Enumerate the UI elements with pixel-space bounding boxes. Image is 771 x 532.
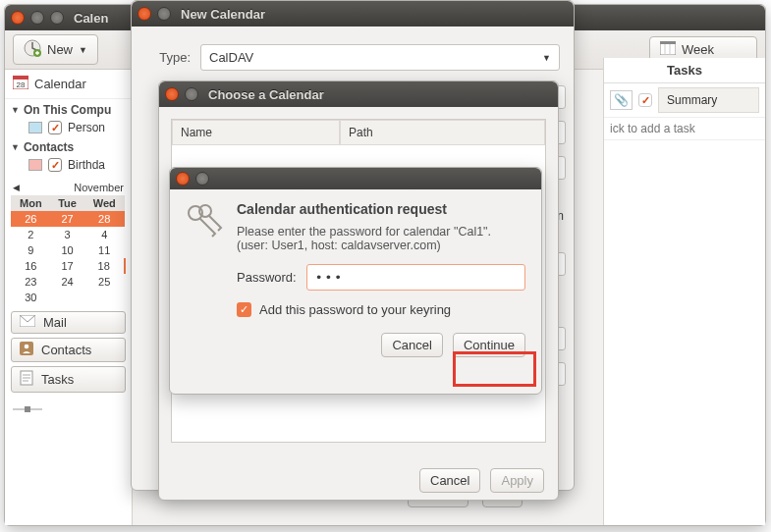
column-name[interactable]: Name: [172, 120, 340, 145]
new-label: New: [47, 42, 73, 57]
window-title: Calen: [74, 11, 108, 26]
section-label: On This Compu: [24, 103, 111, 117]
keys-icon: [182, 201, 225, 317]
minimize-icon[interactable]: [30, 11, 44, 25]
chevron-down-icon: ▼: [542, 53, 551, 63]
password-label: Password:: [237, 270, 297, 285]
nav-label: Mail: [43, 315, 67, 330]
weekday-row: Mon Tue Wed: [11, 195, 125, 211]
password-value: •••: [315, 270, 344, 285]
svg-rect-7: [13, 76, 28, 80]
nav-label: Contacts: [41, 343, 91, 357]
day-cell[interactable]: 25: [83, 274, 125, 290]
day-cell[interactable]: [83, 290, 125, 305]
calendar-color-swatch: [28, 122, 42, 133]
mail-icon: [20, 315, 35, 330]
keyring-checkbox[interactable]: ✓: [237, 302, 251, 317]
nav-tasks[interactable]: Tasks: [11, 366, 126, 393]
switcher-handle[interactable]: [5, 397, 132, 423]
sidebar-section-contacts[interactable]: ▼ Contacts: [5, 136, 132, 156]
label: Apply: [501, 473, 533, 488]
chevron-down-icon: ▼: [79, 45, 87, 55]
label: Cancel: [430, 473, 469, 488]
continue-button[interactable]: Continue: [453, 333, 525, 357]
month-label: November: [74, 182, 124, 193]
close-icon[interactable]: [11, 11, 25, 25]
day-cell[interactable]: 30: [11, 290, 51, 305]
day-cell[interactable]: 27: [51, 211, 84, 227]
sidebar-item-label: Person: [68, 121, 105, 134]
label: Cancel: [392, 338, 431, 352]
apply-button[interactable]: Apply: [490, 468, 544, 493]
dialog-titlebar[interactable]: New Calendar: [132, 1, 574, 27]
checkbox[interactable]: [48, 158, 62, 172]
summary-column[interactable]: Summary: [658, 87, 759, 113]
sidebar-section-computer[interactable]: ▼ On This Compu: [5, 99, 132, 119]
svg-rect-3: [660, 41, 676, 44]
day-cell[interactable]: 17: [51, 258, 84, 274]
nav-label: Tasks: [41, 372, 74, 387]
day-cell[interactable]: 18: [83, 258, 125, 274]
tasks-pane: Tasks 📎 Summary ick to add a task: [603, 58, 765, 525]
dialog-titlebar[interactable]: [170, 168, 541, 189]
calendar-color-swatch: [28, 159, 42, 171]
day-cell[interactable]: 4: [83, 227, 125, 242]
day-cell[interactable]: [51, 290, 84, 305]
auth-message: Please enter the password for calendar "…: [237, 225, 525, 239]
tasks-header-row: 📎 Summary: [604, 83, 765, 118]
close-icon[interactable]: [138, 7, 151, 21]
weekday: Tue: [51, 195, 84, 211]
chevron-down-icon: ▼: [11, 105, 20, 115]
weekday: Wed: [83, 195, 125, 211]
close-icon[interactable]: [176, 172, 190, 186]
day-cell[interactable]: 24: [51, 274, 84, 290]
attachment-icon: 📎: [610, 90, 633, 110]
day-cell[interactable]: 23: [11, 274, 51, 290]
dialog-title: Choose a Calendar: [208, 87, 324, 102]
new-button[interactable]: New ▼: [13, 34, 98, 65]
contacts-icon: [20, 342, 33, 358]
close-icon[interactable]: [165, 87, 179, 101]
checkbox[interactable]: [48, 121, 62, 134]
minimize-icon[interactable]: [157, 7, 171, 21]
cancel-button[interactable]: Cancel: [419, 468, 480, 493]
nav-contacts[interactable]: Contacts: [11, 338, 126, 362]
dialog-title: New Calendar: [181, 7, 265, 22]
password-input[interactable]: •••: [306, 264, 525, 291]
minimize-icon[interactable]: [195, 172, 209, 186]
sidebar-item-personal[interactable]: Person: [5, 119, 132, 136]
chevron-down-icon: ▼: [11, 142, 20, 152]
nav-mail[interactable]: Mail: [11, 311, 126, 334]
mini-calendar[interactable]: ◀ November Mon Tue Wed 262728 234 91011 …: [11, 180, 126, 305]
prev-month-icon[interactable]: ◀: [13, 183, 20, 192]
minimize-icon[interactable]: [185, 87, 198, 101]
sidebar-item-birthdays[interactable]: Birthda: [5, 156, 132, 174]
add-task-placeholder: ick to add a task: [610, 122, 695, 135]
column-path[interactable]: Path: [340, 120, 545, 145]
day-cell[interactable]: 11: [83, 242, 125, 258]
dialog-titlebar[interactable]: Choose a Calendar: [159, 81, 558, 107]
day-cell[interactable]: 2: [11, 227, 51, 242]
day-cell[interactable]: 3: [51, 227, 84, 242]
week-view-icon: [660, 41, 676, 58]
add-task-row[interactable]: ick to add a task: [604, 118, 765, 140]
keyring-label: Add this password to your keyring: [259, 302, 451, 317]
day-cell[interactable]: 28: [83, 211, 125, 227]
tasks-title: Tasks: [604, 58, 765, 83]
section-label: Contacts: [24, 140, 74, 154]
sidebar-item-label: Birthda: [68, 158, 105, 172]
svg-point-11: [25, 345, 29, 349]
day-cell[interactable]: 16: [11, 258, 51, 274]
maximize-icon[interactable]: [50, 11, 64, 25]
day-cell[interactable]: 9: [11, 242, 51, 258]
type-select[interactable]: CalDAV ▼: [200, 44, 560, 71]
sidebar-title: Calendar: [34, 77, 86, 91]
day-cell[interactable]: 26: [11, 211, 51, 227]
done-column-icon: [638, 93, 652, 107]
calendar-icon: 28: [13, 76, 28, 92]
day-cell[interactable]: 10: [51, 242, 84, 258]
label: Continue: [464, 338, 515, 352]
sidebar: 28 Calendar ▼ On This Compu Person ▼ Con…: [5, 70, 133, 525]
type-label: Type:: [145, 50, 191, 65]
cancel-button[interactable]: Cancel: [381, 333, 442, 357]
